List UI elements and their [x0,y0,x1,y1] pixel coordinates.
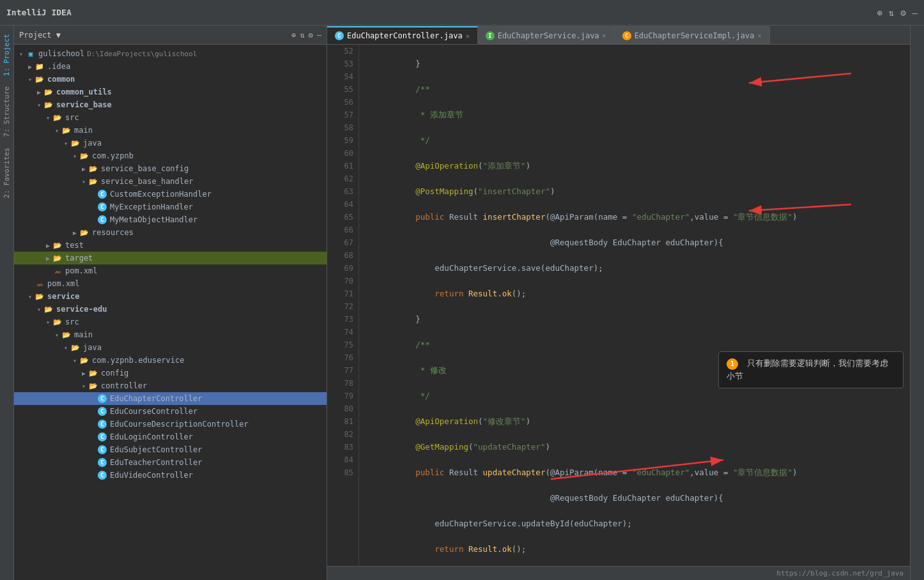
tab-icon-edu-chapter-controller: C [335,31,344,40]
status-bar: https://blog.csdn.net/grd_java [327,566,910,580]
tab-close-edu-chapter-service[interactable]: ✕ [603,32,606,39]
arrow-service-base: ▾ [35,102,43,109]
tree-item-controller[interactable]: ▾ 📂 controller [14,379,327,392]
xml-icon-pom-1: 𝓂 [52,266,63,276]
tree-item-edu-video-controller[interactable]: ▶ C EduVideoController [14,469,327,482]
sidebar-item-project[interactable]: 1: Project [1,29,12,81]
tree-item-my-meta-object-handler[interactable]: ▶ C MyMetaObjectHandler [14,213,327,226]
tree-item-test[interactable]: ▶ 📂 test [14,239,327,252]
java-icon-edu-course-controller: C [97,406,107,416]
label-edu-course-controller: EduCourseController [110,407,197,416]
tree-item-com-yzpnb-eduservice[interactable]: ▾ 📂 com.yzpnb.eduservice [14,354,327,367]
tab-close-edu-chapter-controller[interactable]: ✕ [466,33,470,40]
code-line-67: @GetMapping("updateChapter") [377,441,905,454]
tree-item-src-1[interactable]: ▾ 📂 src [14,111,327,124]
tree-item-service-base-handler[interactable]: ▾ 📂 service_base_handler [14,175,327,188]
tree-item-com-yzpnb[interactable]: ▾ 📂 com.yzpnb [14,149,327,162]
main-layout: 1: Project 7: Structure 2: Favorites Pro… [0,26,924,580]
java-icon-my-exception-handler: C [97,202,107,212]
arrow-idea: ▶ [26,63,35,70]
code-editor[interactable]: } /** * 添加章节 */ @ApiOperation("添加章节") @P… [372,45,910,566]
top-bar-actions: ⊕ ⇅ ⚙ — [877,8,918,18]
settings-icon[interactable]: ⚙ [309,31,313,40]
xml-icon-pom-root: 𝓂 [35,279,45,289]
split-icon[interactable]: ⇅ [889,8,894,18]
arrow-src-2: ▾ [43,319,52,326]
label-edu-teacher-controller: EduTeacherController [110,458,203,467]
label-edu-subject-controller: EduSubjectController [110,445,203,454]
tree-item-main-1[interactable]: ▾ 📂 main [14,124,327,137]
label-target: target [65,254,93,263]
label-service-base-config: service_base_config [101,164,189,173]
tree-item-java-2[interactable]: ▾ 📂 java [14,341,327,354]
tree-item-gulischool[interactable]: ▾ ▣ gulischool D:\IdeaProjects\gulischoo… [14,47,327,60]
locate-icon[interactable]: ⊕ [291,31,296,40]
java-icon-custom-exception-handler: C [97,189,107,199]
tree-item-edu-subject-controller[interactable]: ▶ C EduSubjectController [14,443,327,456]
tree-item-src-2[interactable]: ▾ 📂 src [14,316,327,328]
tree-item-idea[interactable]: ▶ 📁 .idea [14,60,327,73]
tree-item-resources[interactable]: ▶ 📂 resources [14,226,327,239]
tree-item-common[interactable]: ▾ 📂 common [14,73,327,86]
tree-item-service-base[interactable]: ▾ 📂 service_base [14,98,327,111]
code-gutter [359,45,372,566]
folder-icon-java-1: 📂 [70,138,81,148]
tree-item-java-1[interactable]: ▾ 📂 java [14,137,327,149]
tree-item-pom-1[interactable]: ▶ 𝓂 pom.xml [14,264,327,277]
tree-item-edu-login-controller[interactable]: ▶ C EduLoginController [14,431,327,443]
tree-item-edu-course-controller[interactable]: ▶ C EduCourseController [14,405,327,418]
app-title: IntelliJ IDEA [6,8,72,17]
code-line-55: */ [377,134,905,147]
tab-close-edu-chapter-service-impl[interactable]: ✕ [757,32,761,39]
left-side-tabs: 1: Project 7: Structure 2: Favorites [0,26,14,580]
tab-edu-chapter-service[interactable]: I EduChapterService.java ✕ [478,26,615,44]
gear-icon[interactable]: ⚙ [900,8,905,18]
folder-icon-target: 📂 [52,253,63,263]
arrow-resources: ▶ [70,229,79,236]
tree-item-my-exception-handler[interactable]: ▶ C MyExceptionHandler [14,201,327,213]
java-icon-edu-subject-controller: C [97,445,107,455]
tab-edu-chapter-service-impl[interactable]: C EduChapterServiceImpl.java ✕ [615,26,770,44]
tree-item-service-base-config[interactable]: ▶ 📂 service_base_config [14,162,327,175]
tab-label-edu-chapter-service: EduChapterService.java [498,31,599,40]
tree-item-edu-teacher-controller[interactable]: ▶ C EduTeacherController [14,456,327,469]
label-service-base: service_base [56,100,112,109]
label-idea: .idea [47,62,70,71]
tree-item-service[interactable]: ▾ 📂 service [14,290,327,303]
tab-edu-chapter-controller[interactable]: C EduChapterController.java ✕ [327,26,478,44]
arrow-main-1: ▾ [52,127,61,134]
arrow-test: ▶ [43,242,52,249]
arrow-service-base-config: ▶ [79,165,88,172]
code-line-60: eduChapterService.save(eduChapter); [377,262,905,275]
arrow-target: ▶ [43,255,52,262]
arrow-service: ▾ [26,293,35,300]
tree-item-edu-course-description-controller[interactable]: ▶ C EduCourseDescriptionController [14,418,327,431]
tree-item-config[interactable]: ▶ 📂 config [14,367,327,379]
code-line-53: /** [377,83,905,96]
arrow-com-yzpnb-eduservice: ▾ [70,357,79,364]
sidebar-item-structure[interactable]: 7: Structure [1,81,12,142]
code-line-63: /** [377,339,905,351]
minimize-icon[interactable]: — [912,8,918,18]
file-tree-title: Project ▼ [19,31,61,40]
globe-icon[interactable]: ⊕ [877,8,882,18]
close-panel-icon[interactable]: — [317,31,321,40]
code-line-54: * 添加章节 [377,109,905,121]
tree-item-custom-exception-handler[interactable]: ▶ C CustomExceptionHandler [14,188,327,201]
tab-label-edu-chapter-service-impl: EduChapterServiceImpl.java [635,31,755,40]
collapse-icon[interactable]: ⇅ [300,31,304,40]
right-side-tabs [910,26,924,580]
tree-item-common-utils[interactable]: ▶ 📂 common_utils [14,86,327,98]
file-tree-header: Project ▼ ⊕ ⇅ ⚙ — [14,26,327,45]
tree-item-pom-root[interactable]: ▶ 𝓂 pom.xml [14,277,327,290]
tree-item-edu-chapter-controller[interactable]: ▶ C EduChapterController [14,392,327,405]
java-icon-edu-chapter-controller: C [97,393,107,404]
sidebar-item-favorites[interactable]: 2: Favorites [1,142,12,203]
code-line-52: } [377,57,905,70]
arrow-controller: ▾ [79,383,88,390]
tree-item-target[interactable]: ▶ 📂 target [14,252,327,264]
label-service-base-handler: service_base_handler [101,177,194,186]
tree-item-main-2[interactable]: ▾ 📂 main [14,328,327,341]
path-gulischool: D:\IdeaProjects\gulischool [87,50,197,58]
tree-item-service-edu[interactable]: ▾ 📂 service-edu [14,303,327,316]
